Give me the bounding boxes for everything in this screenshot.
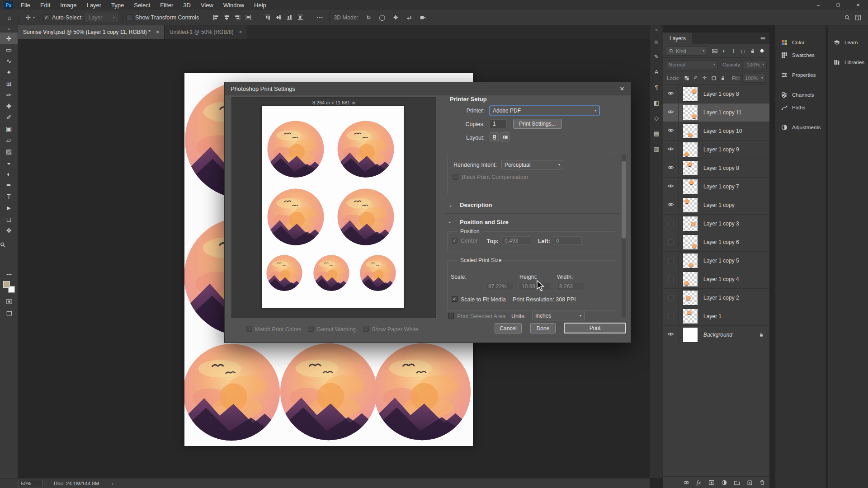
home-icon[interactable]: ⌂	[5, 14, 14, 21]
layer-row[interactable]: Layer 1 copy 8	[663, 159, 769, 178]
layer-group-icon[interactable]	[733, 479, 741, 486]
search-icon[interactable]	[843, 14, 851, 22]
layer-thumbnail[interactable]	[683, 142, 698, 157]
3d-mode-icon[interactable]: ✥	[390, 14, 401, 22]
scale-to-fit-checkbox[interactable]	[452, 296, 458, 302]
gamut-warning-checkbox[interactable]	[308, 326, 314, 332]
libraries-panel-icon[interactable]: ▤	[650, 126, 663, 141]
delete-layer-icon[interactable]	[758, 479, 766, 486]
3d-mode-icon[interactable]	[417, 14, 428, 22]
new-layer-icon[interactable]	[745, 479, 753, 486]
layer-row[interactable]: Layer 1 copy 11	[663, 103, 769, 122]
3d-mode-icon[interactable]: ◯	[377, 14, 387, 22]
menu-item[interactable]: Help	[249, 0, 271, 10]
screen-mode-icon[interactable]	[0, 308, 18, 318]
menu-item[interactable]: Filter	[155, 0, 178, 10]
layer-row[interactable]: Layer 1 copy 8	[663, 85, 769, 103]
layer-row[interactable]: Layer 1 copy 2	[663, 289, 769, 307]
lock-artboard-icon[interactable]	[709, 74, 718, 82]
crop-tool[interactable]: ⊞	[0, 78, 18, 89]
panel-tab-paths[interactable]: Paths	[775, 101, 826, 114]
eyedropper-tool[interactable]: ✑	[0, 89, 18, 100]
description-heading[interactable]: Description	[460, 202, 492, 208]
layer-thumbnail[interactable]	[683, 123, 698, 139]
chevron-down-icon[interactable]: ▾	[33, 15, 35, 19]
auto-select-checkbox[interactable]	[43, 14, 49, 20]
brush-tool[interactable]: ✐	[0, 112, 18, 123]
window-minimize-icon[interactable]: –	[808, 0, 828, 10]
tab-layers[interactable]: Layers	[663, 33, 692, 44]
panel-tab-libraries[interactable]: Libraries	[828, 56, 868, 69]
rendering-intent-dropdown[interactable]: Perceptual▾	[501, 160, 563, 169]
color-swatches[interactable]	[3, 281, 15, 293]
layer-thumbnail[interactable]	[683, 216, 698, 231]
layer-thumbnail[interactable]	[683, 105, 698, 120]
menu-item[interactable]: Window	[218, 0, 249, 10]
print-button[interactable]: Print	[564, 323, 626, 333]
3d-mode-icon[interactable]: ⇄	[404, 14, 415, 22]
layer-visibility-toggle[interactable]	[663, 141, 679, 159]
layer-thumbnail[interactable]	[683, 197, 698, 213]
done-button[interactable]: Done	[530, 323, 556, 333]
layer-thumbnail[interactable]	[683, 309, 698, 324]
link-layers-icon[interactable]	[682, 479, 690, 486]
expand-toolbar-icon[interactable]: »	[0, 25, 18, 33]
cancel-button[interactable]: Cancel	[495, 323, 522, 333]
layer-visibility-toggle[interactable]	[663, 122, 679, 140]
center-checkbox[interactable]	[452, 238, 458, 244]
dodge-tool[interactable]: ◐	[0, 168, 18, 179]
layer-visibility-toggle[interactable]	[663, 215, 679, 233]
align-icon[interactable]	[264, 14, 272, 22]
lock-pixels-icon[interactable]: ✐	[691, 74, 700, 82]
left-input[interactable]: 0	[553, 236, 582, 245]
layer-visibility-toggle[interactable]	[663, 307, 679, 325]
panel-tab-swatches[interactable]: Swatches	[775, 49, 826, 61]
rectangle-tool[interactable]: ◻	[0, 213, 18, 225]
chevron-down-icon[interactable]: ›	[447, 221, 453, 223]
dialog-scrollbar[interactable]	[622, 155, 626, 317]
align-icon[interactable]	[296, 14, 304, 22]
move-tool-icon[interactable]: ✛	[23, 14, 33, 21]
copies-input[interactable]: 1	[490, 119, 507, 128]
layout-landscape-icon[interactable]	[500, 132, 509, 141]
info-panel-icon[interactable]: ▥	[650, 141, 663, 156]
blend-mode-dropdown[interactable]: Normal▾	[666, 60, 718, 69]
more-options-icon[interactable]	[316, 14, 324, 22]
show-transform-checkbox[interactable]	[127, 14, 132, 20]
position-size-heading[interactable]: Position and Size	[460, 219, 509, 225]
panel-tab-learn[interactable]: Learn	[828, 36, 868, 49]
align-icon[interactable]	[233, 14, 241, 22]
layer-thumbnail[interactable]	[683, 272, 698, 287]
filter-shape-icon[interactable]: ◻	[738, 47, 748, 55]
align-icon[interactable]	[212, 14, 220, 22]
show-paper-white-checkbox[interactable]	[363, 326, 369, 332]
align-icon[interactable]	[285, 14, 293, 22]
lock-position-icon[interactable]: ✛	[700, 74, 709, 82]
layer-visibility-toggle[interactable]	[663, 233, 679, 251]
character-panel-icon[interactable]: A	[650, 64, 663, 80]
document-tab[interactable]: Sunrise Vinyl.psd @ 50% (Layer 1 copy 11…	[18, 25, 165, 39]
lock-all-icon[interactable]	[718, 74, 727, 82]
opacity-dropdown[interactable]: 100%▾	[744, 60, 767, 69]
history-panel-icon[interactable]: ≣	[650, 33, 663, 49]
menu-item[interactable]: Image	[55, 0, 81, 10]
workspace-icon[interactable]	[854, 14, 862, 22]
layer-row[interactable]: Layer 1 copy 4	[663, 270, 769, 289]
type-tool[interactable]: T	[0, 191, 18, 202]
layer-row[interactable]: Layer 1 copy 10	[663, 122, 769, 141]
layer-visibility-toggle[interactable]	[663, 326, 679, 344]
panel-tab-properties[interactable]: Properties	[775, 69, 826, 81]
pen-tool[interactable]: ✒	[0, 179, 18, 191]
layer-row[interactable]: Layer 1	[663, 307, 769, 326]
layer-visibility-toggle[interactable]	[663, 196, 679, 214]
canvas-area[interactable]: Photoshop Print Settings ✕ 8.264 in x 11…	[18, 39, 650, 478]
layer-row[interactable]: Background	[663, 326, 769, 344]
layer-visibility-toggle[interactable]	[663, 270, 679, 288]
match-print-colors-checkbox[interactable]	[246, 326, 252, 332]
layer-visibility-toggle[interactable]	[663, 85, 679, 103]
printer-dropdown[interactable]: Adobe PDF▾	[490, 106, 599, 115]
filter-smart-object-icon[interactable]	[748, 47, 757, 55]
black-point-checkbox[interactable]	[453, 174, 458, 180]
document-tab[interactable]: Untitled-1 @ 50% (RGB/8)×	[165, 25, 248, 39]
window-close-icon[interactable]: ✕	[848, 0, 868, 10]
